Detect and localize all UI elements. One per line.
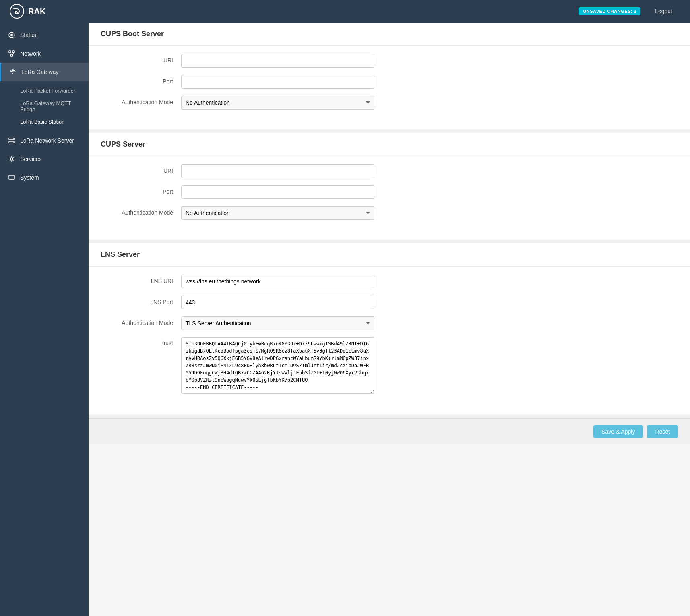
system-icon — [8, 174, 15, 181]
svg-rect-9 — [12, 51, 14, 53]
lns-trust-textarea[interactable]: SIb3DQEBBQUAA4IBAQCjGiybFwBcqR7uKGY3Or+D… — [181, 337, 374, 394]
cups-boot-port-input[interactable] — [181, 75, 374, 89]
svg-point-18 — [13, 138, 14, 139]
lns-server-body: LNS URI LNS Port Authentication Mode — [89, 267, 690, 414]
lns-port-label: LNS Port — [101, 296, 181, 305]
lns-port-input[interactable] — [181, 296, 374, 309]
lns-server-title: LNS Server — [89, 243, 690, 267]
cups-boot-port-label: Port — [101, 75, 181, 85]
sidebar-item-services[interactable]: Services — [0, 150, 89, 168]
services-icon — [8, 155, 15, 163]
sidebar-item-lora-mqtt-bridge[interactable]: LoRa Gateway MQTT Bridge — [20, 97, 89, 116]
logout-button[interactable]: Logout — [647, 5, 680, 18]
divider-1 — [89, 130, 690, 133]
cups-server-section: CUPS Server URI Port — [89, 133, 690, 239]
lns-port-row: LNS Port — [101, 296, 678, 309]
cups-port-control — [181, 185, 374, 199]
lns-uri-label: LNS URI — [101, 275, 181, 284]
lns-server-section: LNS Server LNS URI LNS Port — [89, 243, 690, 414]
svg-point-15 — [12, 73, 13, 74]
cups-port-input[interactable] — [181, 185, 374, 199]
cups-auth-label: Authentication Mode — [101, 206, 181, 216]
cups-boot-uri-input[interactable] — [181, 54, 374, 68]
lns-uri-input[interactable] — [181, 275, 374, 288]
svg-point-3 — [10, 34, 13, 36]
svg-rect-10 — [11, 54, 13, 56]
header: RAK UNSAVED CHANGES: 2 Logout — [0, 0, 690, 23]
cups-boot-server-section: CUPS Boot Server URI Port — [89, 23, 690, 129]
sidebar-item-lora-basic-station[interactable]: LoRa Basic Station — [20, 116, 89, 128]
rak-logo-icon — [10, 4, 24, 19]
cups-boot-server-body: URI Port Authentication Mode — [89, 46, 690, 129]
sidebar-label-network: Network — [20, 50, 41, 57]
cups-port-label: Port — [101, 185, 181, 195]
cups-boot-port-row: Port — [101, 75, 678, 89]
lns-uri-row: LNS URI — [101, 275, 678, 288]
lns-auth-control: No Authentication TLS Server Authenticat… — [181, 316, 374, 330]
sidebar-item-lora-network-server[interactable]: LoRa Network Server — [0, 131, 89, 150]
divider-3 — [89, 415, 690, 418]
svg-rect-21 — [9, 175, 14, 179]
cups-port-row: Port — [101, 185, 678, 199]
lns-auth-label: Authentication Mode — [101, 316, 181, 326]
cups-boot-auth-select[interactable]: No Authentication TLS Server Authenticat… — [181, 96, 374, 110]
cups-boot-auth-label: Authentication Mode — [101, 96, 181, 105]
logo: RAK — [10, 4, 45, 19]
sidebar-sub-lora-gateway: LoRa Packet Forwarder LoRa Gateway MQTT … — [0, 81, 89, 131]
cups-uri-input[interactable] — [181, 164, 374, 178]
footer: Save & Apply Reset — [89, 418, 690, 444]
cups-boot-auth-row: Authentication Mode No Authentication TL… — [101, 96, 678, 110]
cups-uri-row: URI — [101, 164, 678, 178]
lns-auth-row: Authentication Mode No Authentication TL… — [101, 316, 678, 330]
reset-button[interactable]: Reset — [647, 425, 678, 438]
cups-server-body: URI Port Authentication Mode — [89, 156, 690, 239]
sidebar-label-services: Services — [20, 156, 42, 162]
svg-point-19 — [13, 142, 14, 143]
lns-auth-select[interactable]: No Authentication TLS Server Authenticat… — [181, 316, 374, 330]
network-icon — [8, 50, 15, 57]
cups-uri-control — [181, 164, 374, 178]
main-content: CUPS Boot Server URI Port — [89, 23, 690, 616]
cups-auth-select[interactable]: No Authentication TLS Server Authenticat… — [181, 206, 374, 220]
cups-boot-auth-control: No Authentication TLS Server Authenticat… — [181, 96, 374, 110]
sidebar-label-lora-gateway: LoRa Gateway — [21, 69, 59, 75]
status-icon — [8, 31, 15, 39]
header-right: UNSAVED CHANGES: 2 Logout — [579, 5, 680, 18]
cups-server-title: CUPS Server — [89, 133, 690, 156]
cups-boot-uri-row: URI — [101, 54, 678, 68]
sidebar: Status Network LoRa Gateway — [0, 23, 89, 616]
lora-icon — [9, 68, 17, 76]
cups-boot-port-control — [181, 75, 374, 89]
sidebar-item-lora-gateway[interactable]: LoRa Gateway — [0, 63, 89, 81]
lns-port-control — [181, 296, 374, 309]
cups-uri-label: URI — [101, 164, 181, 174]
sidebar-item-lora-packet-forwarder[interactable]: LoRa Packet Forwarder — [20, 85, 89, 97]
sidebar-label-system: System — [20, 174, 39, 181]
content: CUPS Boot Server URI Port — [89, 23, 690, 418]
svg-point-20 — [10, 158, 13, 160]
sidebar-label-lora-network-server: LoRa Network Server — [20, 137, 74, 144]
network-server-icon — [8, 137, 15, 144]
lns-trust-row: trust SIb3DQEBBQUAA4IBAQCjGiybFwBcqR7uKG… — [101, 337, 678, 395]
sidebar-label-status: Status — [20, 32, 36, 38]
unsaved-badge: UNSAVED CHANGES: 2 — [579, 7, 640, 15]
lns-uri-control — [181, 275, 374, 288]
cups-boot-uri-label: URI — [101, 54, 181, 64]
lns-trust-control: SIb3DQEBBQUAA4IBAQCjGiybFwBcqR7uKGY3Or+D… — [181, 337, 374, 395]
logo-text: RAK — [28, 7, 45, 16]
save-apply-button[interactable]: Save & Apply — [593, 425, 643, 438]
sidebar-item-network[interactable]: Network — [0, 44, 89, 63]
sidebar-item-status[interactable]: Status — [0, 26, 89, 44]
svg-rect-8 — [9, 51, 11, 53]
cups-auth-row: Authentication Mode No Authentication TL… — [101, 206, 678, 220]
sidebar-item-system[interactable]: System — [0, 168, 89, 187]
layout: Status Network LoRa Gateway — [0, 23, 690, 616]
divider-2 — [89, 240, 690, 243]
cups-boot-uri-control — [181, 54, 374, 68]
cups-auth-control: No Authentication TLS Server Authenticat… — [181, 206, 374, 220]
cups-boot-server-title: CUPS Boot Server — [89, 23, 690, 46]
lns-trust-label: trust — [101, 337, 181, 346]
